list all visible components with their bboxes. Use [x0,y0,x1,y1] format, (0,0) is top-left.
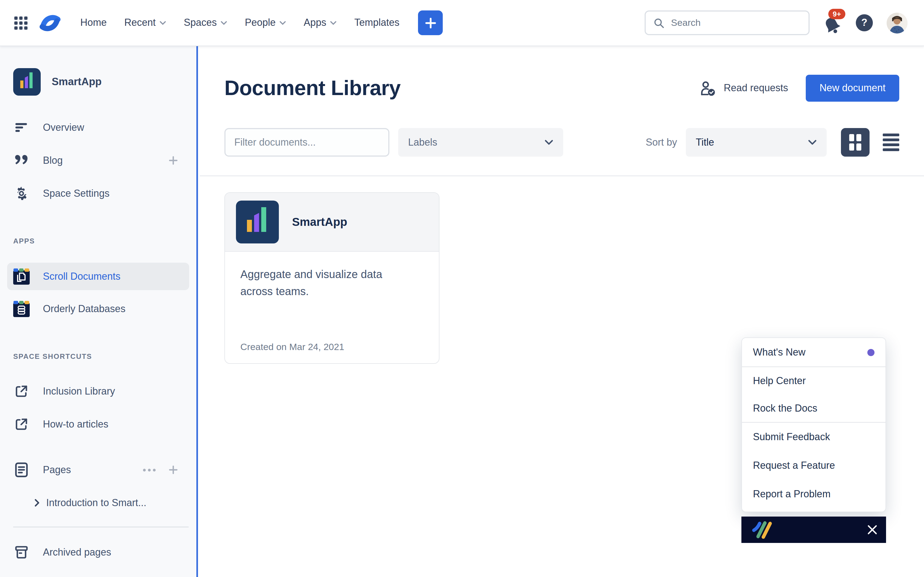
page-title: Document Library [225,76,401,100]
external-link-icon [13,384,30,398]
grid-view-button[interactable] [841,128,869,156]
scroll-documents-icon [13,268,30,285]
confluence-logo[interactable] [39,11,61,34]
help-widget-bar [741,517,886,543]
external-link-icon [13,417,30,431]
sidebar-item-archived-pages[interactable]: Archived pages [13,540,185,564]
chevron-down-icon [221,21,227,25]
menu-item-whats-new[interactable]: What's New [742,338,885,366]
quote-icon [13,154,30,167]
k15t-logo [750,520,773,540]
ellipsis-icon[interactable] [143,469,156,471]
sidebar-item-scroll-documents[interactable]: Scroll Documents [7,263,189,290]
new-indicator-dot [867,349,874,356]
sidebar-item-pages[interactable]: Pages [13,458,185,482]
sort-by-label: Sort by [646,137,677,148]
sidebar-divider [13,527,189,527]
help-button[interactable]: ? [856,14,873,31]
gear-icon [13,187,30,200]
help-icon: ? [861,17,867,29]
sidebar-item-howto-articles[interactable]: How-to articles [13,412,185,436]
chevron-down-icon [279,21,286,25]
nav-apps[interactable]: Apps [295,0,346,46]
archive-icon [13,545,30,559]
apps-section-header: APPS [13,235,35,246]
sidebar-page-tree-item[interactable]: Introduction to Smart... [13,491,185,515]
chevron-down-icon [330,21,337,25]
topbar-right: 9+ ? [645,10,908,35]
orderly-databases-icon [13,301,30,317]
document-card-body: Aggregate and visualize data across team… [225,252,439,364]
document-card-description: Aggregate and visualize data across team… [240,266,405,300]
person-check-icon [700,81,717,96]
plus-icon[interactable] [169,156,178,165]
nav-templates[interactable]: Templates [346,0,408,46]
document-card-created: Created on Mar 24, 2021 [240,342,423,353]
menu-item-report-a-problem[interactable]: Report a Problem [742,480,885,508]
document-card-title: SmartApp [292,215,347,229]
search-icon [653,17,664,28]
menu-item-submit-feedback[interactable]: Submit Feedback [742,422,885,451]
chevron-down-icon [544,140,553,145]
sidebar-item-inclusion-library[interactable]: Inclusion Library [13,379,185,403]
shortcuts-section-header: SPACE SHORTCUTS [13,351,92,362]
create-button[interactable] [418,10,443,35]
notifications-button[interactable]: 9+ [823,12,842,34]
space-header[interactable]: SmartApp [13,68,102,96]
sidebar-item-blog[interactable]: Blog [13,148,185,172]
nav-home[interactable]: Home [71,0,115,46]
grid-view-icon [849,134,861,151]
plus-icon[interactable] [169,466,178,474]
app-switcher-icon[interactable] [14,16,27,29]
document-card-header: SmartApp [225,193,439,252]
chevron-down-icon [160,21,166,25]
menu-item-rock-the-docs[interactable]: Rock the Docs [742,395,885,422]
search-input[interactable] [670,17,801,29]
avatar[interactable] [887,12,908,33]
labels-dropdown[interactable]: Labels [398,128,563,156]
read-requests-button[interactable]: Read requests [700,81,788,96]
menu-item-help-center[interactable]: Help Center [742,367,885,395]
sidebar-item-space-settings[interactable]: Space Settings [13,181,185,206]
search-box[interactable] [645,10,809,35]
top-navigation-bar: Home Recent Spaces People Apps Templates [0,0,924,46]
confluence-app: Home Recent Spaces People Apps Templates [0,0,924,577]
document-card[interactable]: SmartApp Aggregate and visualize data ac… [225,192,439,364]
plus-icon [425,17,436,28]
nav-recent[interactable]: Recent [115,0,175,46]
nav-spaces[interactable]: Spaces [175,0,236,46]
new-document-button[interactable]: New document [806,75,899,102]
close-widget-button[interactable] [867,525,877,535]
sort-dropdown[interactable]: Title [686,128,827,156]
nav-people[interactable]: People [236,0,295,46]
space-name: SmartApp [52,76,102,88]
space-sidebar: SmartApp Overview Blog [0,46,198,577]
align-left-icon [13,122,30,133]
filter-documents-input[interactable] [225,128,389,156]
list-view-button[interactable] [883,134,899,151]
menu-item-request-a-feature[interactable]: Request a Feature [742,451,885,480]
help-popup-menu: What's New Help Center Rock the Docs Sub… [741,337,886,512]
chevron-right-icon[interactable] [34,498,40,507]
chevron-down-icon [808,140,817,145]
page-icon [13,462,30,477]
content-divider [200,175,924,176]
space-logo [13,68,41,96]
sidebar-item-overview[interactable]: Overview [13,115,185,140]
sidebar-item-orderly-databases[interactable]: Orderly Databases [13,297,185,321]
notification-badge: 9+ [828,8,846,19]
close-icon [867,525,877,535]
document-card-logo [236,201,279,243]
